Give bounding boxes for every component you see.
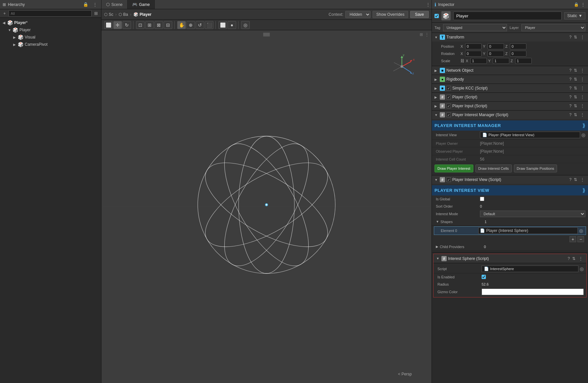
object-name-input[interactable] bbox=[453, 12, 562, 20]
pim-checkbox[interactable]: ✓ bbox=[446, 113, 451, 117]
player-input-checkbox[interactable]: ✓ bbox=[446, 104, 451, 108]
is-global-input[interactable] bbox=[480, 197, 484, 201]
rigidbody-header[interactable]: ▶ ● Rigidbody ? ⇅ ⋮ bbox=[432, 75, 588, 84]
breadcrumb-ba[interactable]: ⬡ Ba bbox=[119, 12, 128, 17]
network-object-settings[interactable]: ⇅ bbox=[573, 68, 578, 73]
is-enabled-checkbox[interactable] bbox=[482, 275, 486, 279]
breadcrumb-player[interactable]: 🎲 Player bbox=[133, 12, 152, 17]
interest-sphere-header[interactable]: ▼ # Interest Sphere (Script) ? ⇅ ⋮ bbox=[434, 254, 586, 263]
player-script-settings[interactable]: ⇅ bbox=[573, 95, 578, 99]
player-script-menu[interactable]: ⋮ bbox=[579, 95, 585, 99]
layers-icon[interactable]: ⊞ bbox=[420, 32, 423, 37]
gizmo-color-swatch[interactable] bbox=[482, 289, 584, 295]
network-object-header[interactable]: ▶ ■ Network Object ? ⇅ ⋮ bbox=[432, 66, 588, 75]
draw-player-interest-button[interactable]: Draw Player Interest bbox=[434, 165, 473, 172]
pim-info[interactable]: ? bbox=[569, 113, 572, 117]
toolbar-move-btn[interactable]: ✛ bbox=[113, 21, 122, 29]
toolbar-box-btn[interactable]: ⊡ bbox=[136, 21, 145, 29]
interest-sphere-menu[interactable]: ⋮ bbox=[578, 256, 584, 261]
pim-menu[interactable]: ⋮ bbox=[579, 113, 585, 117]
is-global-checkbox[interactable] bbox=[480, 197, 585, 202]
tabs-menu-button[interactable]: ⋮ bbox=[425, 2, 432, 7]
interest-mode-dropdown[interactable]: Default bbox=[480, 211, 585, 217]
hierarchy-item-player[interactable]: ▼ 🎲 Player bbox=[0, 26, 101, 34]
toolbar-grid-btn[interactable]: ⊠ bbox=[154, 21, 163, 29]
hierarchy-item-player-root[interactable]: ◀ 🎲 Player* bbox=[0, 19, 101, 26]
toolbar-snap-btn[interactable]: ⊟ bbox=[164, 21, 172, 29]
simple-kcc-settings[interactable]: ⇅ bbox=[573, 86, 578, 90]
transform-settings-icon[interactable]: ⇅ bbox=[573, 35, 578, 39]
simple-kcc-info[interactable]: ? bbox=[569, 86, 572, 90]
element-0-pick-btn[interactable]: ◎ bbox=[579, 228, 583, 233]
player-script-checkbox[interactable]: ✓ bbox=[446, 95, 451, 99]
transform-info-icon[interactable]: ? bbox=[569, 35, 572, 39]
piv-menu[interactable]: ⋮ bbox=[579, 177, 585, 182]
hierarchy-search-input[interactable] bbox=[9, 10, 92, 17]
player-input-header[interactable]: ▶ # ✓ Player Input (Script) ? ⇅ ⋮ bbox=[432, 102, 588, 110]
draw-sample-positions-button[interactable]: Draw Sample Positions bbox=[514, 165, 557, 172]
piv-info[interactable]: ? bbox=[569, 177, 572, 182]
tab-scene[interactable]: ⬡ Scene bbox=[101, 0, 127, 9]
hierarchy-filter-button[interactable]: ⊞ bbox=[93, 11, 99, 16]
rigidbody-settings[interactable]: ⇅ bbox=[573, 77, 578, 82]
toolbar-frame-btn[interactable]: ⬜ bbox=[218, 21, 227, 29]
transform-header[interactable]: ▼ T Transform ? ⇅ ⋮ bbox=[432, 33, 588, 41]
interest-sphere-settings[interactable]: ⇅ bbox=[571, 256, 576, 261]
viewport-menu[interactable] bbox=[263, 33, 270, 36]
toolbar-refresh-btn[interactable]: ↺ bbox=[196, 21, 204, 29]
show-overrides-button[interactable]: Show Overrides bbox=[373, 11, 408, 18]
interest-sphere-info[interactable]: ? bbox=[568, 256, 570, 261]
hierarchy-menu-icon[interactable]: ⋮ bbox=[92, 2, 98, 7]
simple-kcc-menu[interactable]: ⋮ bbox=[579, 86, 585, 90]
tag-dropdown[interactable]: Untagged bbox=[443, 24, 507, 31]
network-object-info[interactable]: ? bbox=[569, 68, 572, 73]
dots-icon[interactable]: ⋮ bbox=[425, 32, 429, 37]
toolbar-scale-btn[interactable]: ⊞ bbox=[145, 21, 154, 29]
player-input-settings[interactable]: ⇅ bbox=[573, 104, 578, 108]
scale-y-input[interactable] bbox=[493, 58, 509, 64]
hierarchy-add-button[interactable]: + bbox=[2, 11, 7, 16]
simple-kcc-checkbox[interactable]: ✓ bbox=[446, 86, 451, 90]
tab-game[interactable]: 🎮 Game bbox=[127, 0, 155, 9]
position-x-input[interactable] bbox=[465, 43, 482, 49]
hierarchy-item-visual[interactable]: ▶ 🎲 Visual bbox=[0, 34, 101, 41]
layer-dropdown[interactable]: Player bbox=[521, 24, 585, 31]
interest-view-pick-btn[interactable]: ◎ bbox=[581, 132, 585, 138]
player-script-info[interactable]: ? bbox=[569, 95, 572, 99]
rotation-x-input[interactable] bbox=[465, 51, 482, 57]
inspector-lock-icon[interactable]: 🔒 bbox=[574, 2, 579, 7]
script-pick-btn[interactable]: ◎ bbox=[580, 266, 584, 271]
scale-z-input[interactable] bbox=[515, 58, 532, 64]
object-active-checkbox[interactable] bbox=[434, 14, 439, 18]
piv-header[interactable]: ▼ # ✓ Player Interest View (Script) ? ⇅ … bbox=[432, 175, 588, 184]
piv-settings[interactable]: ⇅ bbox=[573, 177, 578, 182]
simple-kcc-header[interactable]: ▶ ■ ✓ Simple KCC (Script) ? ⇅ ⋮ bbox=[432, 84, 588, 92]
rigidbody-info[interactable]: ? bbox=[569, 77, 572, 82]
rigidbody-menu[interactable]: ⋮ bbox=[579, 77, 585, 82]
piv-checkbox[interactable]: ✓ bbox=[446, 177, 451, 182]
player-input-info[interactable]: ? bbox=[569, 104, 572, 108]
toolbar-rotate-btn[interactable]: ↻ bbox=[123, 21, 131, 29]
player-script-header[interactable]: ▶ # ✓ Player (Script) ? ⇅ ⋮ bbox=[432, 93, 588, 101]
hierarchy-item-camerapivot[interactable]: ▶ 🎲 CameraPivot bbox=[0, 41, 101, 48]
context-dropdown[interactable]: Hidden bbox=[345, 11, 371, 18]
rotation-y-input[interactable] bbox=[488, 51, 504, 57]
player-input-menu[interactable]: ⋮ bbox=[579, 104, 585, 108]
scale-link-icon[interactable]: ⛓ bbox=[461, 59, 464, 63]
position-z-input[interactable] bbox=[510, 43, 526, 49]
inspector-menu-icon[interactable]: ⋮ bbox=[581, 2, 585, 7]
scale-x-input[interactable] bbox=[470, 58, 487, 64]
network-object-menu[interactable]: ⋮ bbox=[579, 68, 585, 73]
toolbar-sphere-btn[interactable]: ● bbox=[228, 21, 236, 29]
toolbar-cross-btn[interactable]: ⊕ bbox=[186, 21, 195, 29]
add-element-button[interactable]: + bbox=[570, 236, 576, 242]
shapes-expand-arrow[interactable]: ▼ bbox=[436, 220, 439, 223]
lock-icon[interactable]: 🔒 bbox=[82, 2, 90, 7]
draw-interest-cells-button[interactable]: Draw Interest Cells bbox=[475, 165, 512, 172]
transform-menu-icon[interactable]: ⋮ bbox=[579, 35, 585, 39]
toolbar-hand-btn[interactable]: ✋ bbox=[177, 21, 186, 29]
remove-element-button[interactable]: − bbox=[577, 236, 584, 242]
toolbar-rect-btn[interactable]: ⬜ bbox=[104, 21, 113, 29]
toolbar-globe-btn[interactable]: ◎ bbox=[241, 21, 250, 29]
static-button[interactable]: Static ▼ bbox=[564, 12, 585, 19]
